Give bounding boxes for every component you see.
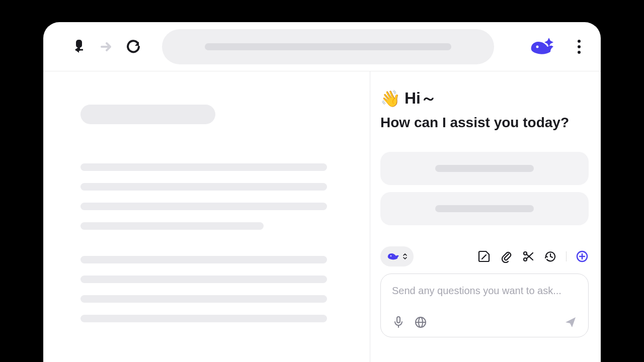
- history-icon: [544, 250, 557, 263]
- svg-point-4: [578, 40, 581, 43]
- svg-point-6: [578, 51, 581, 54]
- model-selector[interactable]: [380, 246, 414, 266]
- scissors-button[interactable]: [522, 250, 535, 263]
- svg-rect-0: [76, 40, 82, 48]
- skeleton-line: [80, 163, 327, 171]
- address-placeholder: [205, 43, 451, 50]
- scissors-icon: [522, 250, 535, 263]
- voice-button[interactable]: [392, 316, 405, 329]
- web-button[interactable]: [414, 316, 427, 329]
- skeleton-line: [80, 222, 264, 230]
- content-area: 👋 Hi～ How can I assist you today?: [43, 71, 601, 362]
- back-icon: [71, 39, 87, 55]
- new-chat-button[interactable]: [576, 250, 589, 263]
- greeting-text: Hi～: [405, 87, 437, 110]
- address-bar[interactable]: [162, 29, 494, 64]
- chevron-sort-icon: [403, 253, 408, 260]
- svg-line-11: [527, 253, 533, 259]
- svg-point-3: [536, 45, 539, 48]
- forward-icon: [99, 39, 114, 54]
- suggestion-skeleton: [435, 205, 534, 212]
- skeleton-line: [80, 276, 327, 283]
- suggestion-card[interactable]: [380, 192, 589, 225]
- sticker-icon: [477, 250, 491, 263]
- page-content: [43, 71, 370, 362]
- plus-circle-icon: [576, 250, 589, 263]
- input-toolbar: [392, 316, 577, 329]
- globe-icon: [414, 316, 427, 329]
- action-row: [380, 246, 589, 266]
- input-placeholder: Send any questions you want to ask...: [392, 285, 577, 297]
- send-button[interactable]: [564, 316, 577, 329]
- svg-point-7: [390, 255, 391, 256]
- svg-rect-15: [397, 317, 400, 323]
- menu-button[interactable]: [572, 39, 587, 54]
- microphone-icon: [392, 316, 405, 329]
- skeleton-line: [80, 256, 327, 263]
- skeleton-line: [80, 295, 327, 303]
- greeting: 👋 Hi～: [380, 87, 589, 110]
- reload-button[interactable]: [125, 38, 142, 55]
- svg-point-5: [578, 45, 581, 48]
- suggestion-skeleton: [435, 165, 534, 172]
- chat-input[interactable]: Send any questions you want to ask...: [380, 274, 589, 337]
- page-title-skeleton: [80, 105, 215, 124]
- skeleton-line: [80, 183, 327, 191]
- skeleton-line: [80, 203, 327, 210]
- toolbar: [43, 22, 601, 71]
- brand-logo[interactable]: [527, 37, 556, 57]
- sticker-button[interactable]: [477, 250, 491, 263]
- more-vertical-icon: [577, 39, 581, 54]
- back-button[interactable]: [70, 38, 88, 55]
- history-button[interactable]: [544, 250, 557, 263]
- whale-icon: [527, 37, 556, 57]
- attachment-icon: [500, 250, 513, 263]
- attach-button[interactable]: [500, 250, 513, 263]
- send-icon: [564, 316, 577, 329]
- assistant-subtitle: How can I assist you today?: [380, 115, 589, 131]
- reload-icon: [126, 39, 141, 54]
- svg-line-10: [527, 254, 533, 260]
- wave-emoji: 👋: [380, 89, 400, 108]
- assistant-panel: 👋 Hi～ How can I assist you today?: [370, 71, 601, 362]
- suggestion-card[interactable]: [380, 152, 589, 185]
- forward-button[interactable]: [98, 38, 115, 55]
- whale-icon: [386, 251, 399, 261]
- skeleton-group: [80, 256, 338, 322]
- divider: [566, 251, 567, 261]
- browser-window: 👋 Hi～ How can I assist you today?: [43, 22, 601, 362]
- skeleton-line: [80, 315, 327, 322]
- skeleton-group: [80, 163, 338, 230]
